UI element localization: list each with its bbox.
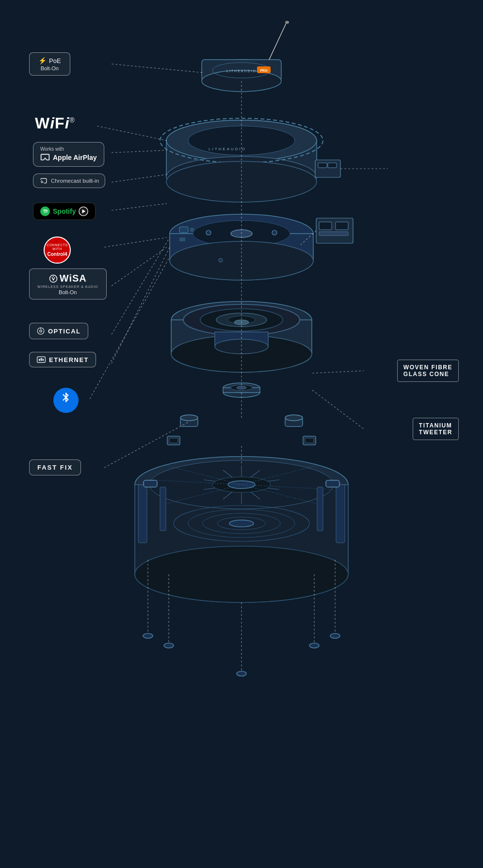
lightning-icon: ⚡	[38, 57, 47, 64]
svg-line-119	[312, 390, 364, 429]
airplay-icon	[40, 153, 50, 162]
svg-point-13	[188, 126, 295, 155]
poe-label-line2: Bolt-On	[41, 65, 59, 71]
svg-point-54	[231, 385, 252, 391]
svg-rect-49	[215, 332, 268, 347]
svg-line-79	[165, 465, 318, 504]
svg-point-14	[166, 157, 317, 197]
svg-point-8	[285, 21, 289, 24]
tweeter-module	[223, 383, 260, 397]
fastfix-label: FAST FIX	[37, 464, 73, 471]
poe-badge: ⚡ PoE Bolt-On	[29, 52, 70, 76]
svg-point-75	[212, 477, 271, 492]
svg-point-0	[202, 60, 281, 81]
wisa-subtitle: WIRELESS SPEAKER & AUDIO	[37, 285, 98, 288]
wisa-icon	[49, 274, 58, 283]
svg-rect-33	[319, 232, 348, 236]
svg-line-111	[112, 204, 167, 210]
control4-circle: CONNECTSWITH Control4	[44, 237, 71, 264]
svg-rect-60	[285, 418, 303, 426]
svg-point-36	[206, 230, 211, 235]
svg-rect-91	[144, 480, 157, 487]
svg-line-73	[223, 470, 260, 499]
svg-point-45	[228, 316, 255, 324]
svg-point-51	[223, 388, 260, 397]
control4-label: Control4	[47, 252, 67, 257]
svg-point-17	[166, 161, 317, 202]
poe-label-line1: PoE	[49, 57, 61, 64]
svg-point-38	[219, 258, 223, 262]
svg-rect-24	[170, 234, 313, 261]
svg-point-3	[212, 63, 271, 78]
svg-point-37	[272, 230, 277, 235]
bluetooth-badge	[53, 388, 79, 413]
svg-point-90	[144, 480, 157, 485]
titanium-tweeter-line2: TWEETER	[419, 429, 452, 436]
chromecast-icon	[39, 177, 48, 184]
fastfix-badge: FAST FIX	[29, 459, 81, 475]
svg-rect-83	[317, 487, 323, 531]
fastfix-clips	[167, 415, 316, 445]
poe-module: LITHEAUDIO PRO	[202, 21, 289, 92]
svg-rect-132	[43, 359, 44, 361]
svg-rect-65	[305, 438, 314, 443]
svg-rect-63	[169, 438, 178, 443]
amp-module	[170, 214, 353, 280]
woofer-module	[171, 301, 312, 372]
airplay-label: Apple AirPlay	[53, 154, 97, 161]
svg-text:LITHEAUDIO: LITHEAUDIO	[226, 69, 257, 73]
airplay-prefix: Works with	[40, 146, 64, 152]
svg-point-12	[166, 120, 317, 161]
svg-point-97	[237, 671, 246, 676]
svg-point-50	[215, 339, 268, 354]
svg-point-23	[170, 214, 313, 253]
svg-point-44	[216, 313, 267, 327]
svg-rect-18	[315, 160, 340, 177]
svg-point-26	[231, 230, 252, 237]
svg-rect-62	[167, 436, 180, 445]
svg-point-25	[193, 221, 290, 247]
svg-point-46	[234, 320, 249, 325]
svg-point-58	[180, 415, 198, 421]
control-module: LITHEAUDIO	[160, 118, 388, 202]
svg-point-61	[285, 415, 303, 421]
svg-point-15	[160, 118, 323, 163]
svg-line-34	[301, 231, 316, 245]
spotify-connect-icon	[79, 206, 88, 216]
ethernet-icon	[36, 356, 46, 363]
svg-rect-32	[336, 222, 348, 230]
svg-rect-68	[135, 485, 348, 574]
svg-point-2	[202, 70, 281, 92]
svg-line-113	[112, 247, 167, 286]
mounting-screws	[143, 560, 340, 676]
svg-line-7	[269, 23, 286, 60]
svg-rect-27	[179, 227, 188, 233]
svg-point-67	[135, 457, 348, 513]
svg-rect-64	[303, 436, 316, 445]
svg-point-87	[217, 517, 266, 530]
svg-rect-80	[138, 485, 147, 543]
svg-rect-130	[39, 359, 40, 361]
back-can	[135, 457, 348, 602]
woven-fibre-line1: WOVEN FIBRE	[403, 364, 452, 371]
bluetooth-icon	[60, 392, 72, 409]
svg-point-99	[309, 643, 319, 648]
svg-line-112	[104, 237, 167, 247]
spotify-icon	[40, 206, 50, 216]
svg-point-56	[180, 420, 198, 426]
wisa-bolton-label: Bolt-On	[59, 289, 77, 295]
svg-point-42	[183, 304, 300, 335]
svg-point-84	[174, 505, 309, 541]
svg-line-72	[204, 480, 279, 489]
svg-point-125	[53, 276, 54, 277]
svg-line-74	[204, 480, 279, 489]
svg-rect-82	[160, 487, 166, 531]
svg-point-40	[171, 301, 312, 338]
svg-line-78	[165, 465, 318, 504]
wisa-badge: WiSA WIRELESS SPEAKER & AUDIO Bolt-On	[29, 268, 107, 300]
svg-point-88	[229, 520, 254, 527]
svg-point-103	[330, 633, 340, 638]
svg-rect-53	[223, 388, 260, 393]
ethernet-label: ETHERNET	[49, 356, 89, 363]
svg-rect-57	[180, 418, 198, 426]
